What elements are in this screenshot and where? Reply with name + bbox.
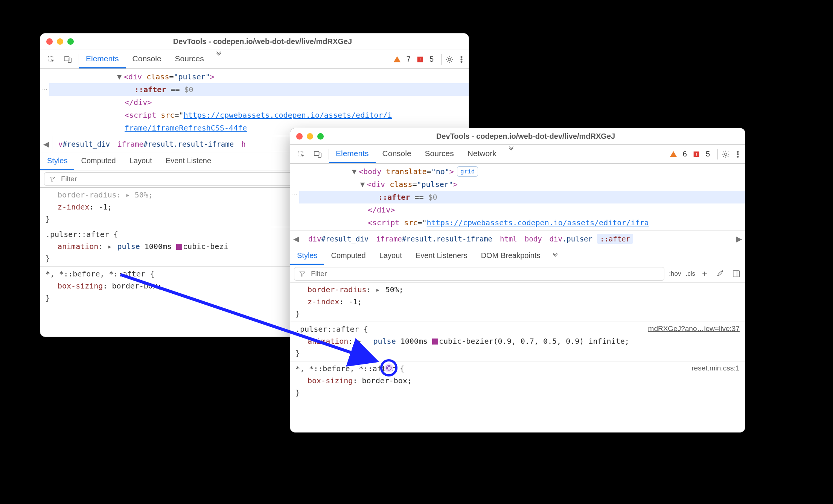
pseudo-element[interactable]: ::after: [134, 85, 166, 94]
devtools-window-front: DevTools - codepen.io/web-dot-dev/live/m…: [290, 128, 745, 433]
paint-brush-icon[interactable]: [716, 269, 725, 279]
issue-counters[interactable]: 6 ! 5: [665, 150, 714, 158]
breadcrumb-bar: ◀ div#result_div iframe#result.result-if…: [290, 231, 745, 247]
script-src-link[interactable]: https://cpwebassets.codepen.io/assets/ed…: [427, 218, 649, 227]
sub-tab-dom-breakpoints[interactable]: DOM Breakpoints: [474, 247, 547, 265]
svg-point-21: [387, 366, 390, 369]
warning-count: 7: [407, 55, 411, 64]
tab-elements[interactable]: Elements: [329, 145, 376, 163]
more-tabs-icon[interactable]: [503, 145, 519, 163]
breadcrumb-item[interactable]: iframe#result.result-iframe: [373, 234, 495, 244]
inspect-element-icon[interactable]: [296, 149, 306, 159]
dom-tree[interactable]: ▼<body translate="no">grid ▼<div class="…: [299, 164, 745, 231]
breadcrumb-item-active[interactable]: ::after: [597, 234, 633, 244]
error-count: 5: [429, 55, 434, 64]
svg-rect-2: [68, 58, 71, 62]
inspect-element-icon[interactable]: [46, 55, 56, 64]
tab-console[interactable]: Console: [376, 145, 418, 163]
cls-toggle[interactable]: .cls: [686, 270, 696, 278]
warning-triangle-icon: [393, 55, 401, 64]
sub-tab-layout[interactable]: Layout: [373, 247, 409, 265]
styles-sub-tabs: Styles Computed Layout Event Listeners D…: [290, 247, 745, 265]
breadcrumb-item[interactable]: v#result_div: [55, 139, 113, 149]
tab-sources[interactable]: Sources: [418, 145, 461, 163]
filter-funnel-icon: [49, 176, 56, 182]
styles-filter-input[interactable]: [294, 267, 664, 281]
breadcrumb-prev-icon[interactable]: ◀: [40, 136, 52, 152]
source-link[interactable]: reset.min.css:1: [691, 363, 740, 374]
dom-ellipsis-gutter: …: [290, 164, 299, 231]
issue-counters[interactable]: 7 ! 5: [388, 55, 438, 64]
tab-elements[interactable]: Elements: [79, 50, 126, 68]
warning-triangle-icon: [669, 150, 678, 158]
breadcrumb-next-icon[interactable]: ▶: [733, 231, 745, 247]
more-sub-tabs-icon[interactable]: [547, 251, 563, 261]
script-src-link-cont[interactable]: frame/iframeRefreshCSS-44fe: [125, 123, 247, 132]
titlebar: DevTools - codepen.io/web-dot-dev/live/m…: [40, 33, 469, 50]
breadcrumb-item[interactable]: div#result_div: [305, 234, 372, 244]
breadcrumb-item[interactable]: iframe#result.result-iframe: [114, 139, 237, 149]
error-square-icon: !: [692, 150, 701, 158]
svg-rect-1: [64, 56, 69, 61]
settings-gear-icon[interactable]: [445, 55, 454, 64]
source-link[interactable]: mdRXGeJ?ano…iew=live:37: [648, 323, 740, 334]
kebab-menu-icon[interactable]: [733, 149, 743, 159]
settings-gear-icon[interactable]: [721, 149, 731, 159]
hov-toggle[interactable]: :hov: [669, 270, 681, 278]
tab-console[interactable]: Console: [126, 50, 168, 68]
svg-point-15: [737, 151, 739, 152]
breadcrumb-item[interactable]: h: [238, 139, 248, 149]
tab-sources[interactable]: Sources: [168, 50, 211, 68]
grid-badge[interactable]: grid: [457, 166, 478, 177]
window-title: DevTools - codepen.io/web-dot-dev/live/m…: [62, 37, 463, 46]
filter-funnel-icon: [299, 270, 306, 277]
sub-tab-computed[interactable]: Computed: [324, 247, 372, 265]
sub-tab-styles[interactable]: Styles: [40, 152, 74, 170]
svg-text:!: !: [419, 56, 421, 62]
breadcrumb-prev-icon[interactable]: ◀: [290, 231, 302, 247]
filter-input[interactable]: [310, 269, 659, 278]
svg-text:!: !: [696, 151, 697, 157]
kebab-menu-icon[interactable]: [457, 55, 466, 64]
sub-tab-event-listeners[interactable]: Event Listeners: [409, 247, 474, 265]
more-tabs-icon[interactable]: [211, 50, 227, 68]
warning-count: 6: [683, 150, 687, 158]
script-src-link[interactable]: https://cpwebassets.codepen.io/assets/ed…: [184, 111, 392, 120]
device-toolbar-icon[interactable]: [63, 55, 73, 64]
sub-tab-layout[interactable]: Layout: [123, 152, 159, 170]
sub-tab-styles[interactable]: Styles: [290, 247, 324, 265]
tab-network[interactable]: Network: [461, 145, 503, 163]
styles-filter-row: :hov .cls +: [290, 265, 745, 282]
sub-tab-computed[interactable]: Computed: [74, 152, 122, 170]
animation-editor-icon[interactable]: [384, 363, 393, 372]
svg-point-8: [461, 61, 462, 62]
styles-panel[interactable]: border-radius: ▸ 50%; z-index: -1; } mdR…: [290, 282, 745, 401]
close-window-icon[interactable]: [46, 38, 53, 45]
svg-rect-11: [318, 153, 321, 157]
sub-tab-event-listeners[interactable]: Event Listene: [159, 152, 218, 170]
svg-rect-18: [733, 270, 740, 277]
new-style-rule-icon[interactable]: +: [700, 269, 710, 279]
pseudo-element[interactable]: ::after: [378, 193, 410, 202]
breadcrumb-item[interactable]: html: [497, 234, 520, 244]
main-toolbar: Elements Console Sources 7 ! 5: [40, 50, 469, 69]
expand-triangle-icon[interactable]: ▼: [360, 178, 365, 190]
titlebar: DevTools - codepen.io/web-dot-dev/live/m…: [290, 128, 745, 145]
svg-rect-10: [314, 151, 319, 155]
svg-point-6: [461, 56, 462, 58]
svg-point-17: [737, 156, 739, 157]
expand-triangle-icon[interactable]: ▼: [117, 71, 122, 83]
svg-point-7: [461, 59, 462, 60]
expand-triangle-icon[interactable]: ▼: [352, 165, 357, 178]
error-square-icon: !: [416, 55, 424, 64]
dom-tree[interactable]: ▼<div class="pulser"> ::after == $0 </di…: [49, 69, 469, 136]
computed-sidebar-icon[interactable]: [731, 269, 741, 279]
svg-point-22: [386, 365, 391, 370]
svg-point-14: [725, 153, 727, 155]
svg-point-16: [737, 153, 739, 155]
close-window-icon[interactable]: [296, 133, 303, 140]
breadcrumb-item[interactable]: body: [522, 234, 545, 244]
svg-point-5: [448, 58, 451, 60]
device-toolbar-icon[interactable]: [313, 149, 323, 159]
breadcrumb-item[interactable]: div.pulser: [547, 234, 595, 244]
